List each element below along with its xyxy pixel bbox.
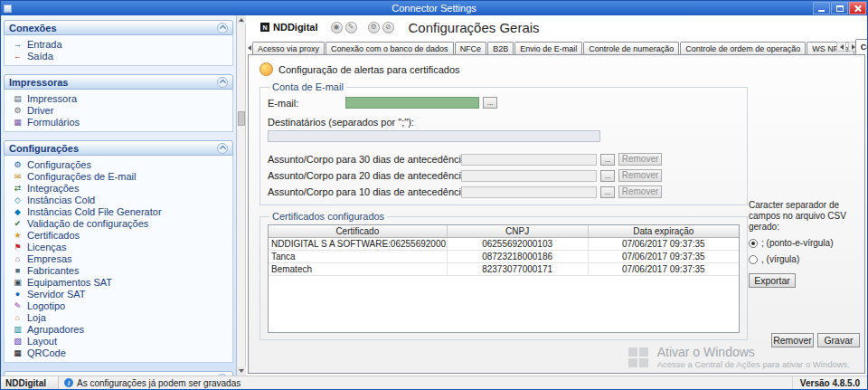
sidebar-item-icon: ⚑	[13, 243, 23, 252]
sidebar-item[interactable]: ▧ Layout	[5, 335, 232, 347]
sidebar-item[interactable]: ★ Certificados	[5, 229, 232, 241]
sidebar-item-icon: ✔	[13, 219, 23, 228]
sidebar-item[interactable]: ⌂ Loja	[5, 311, 232, 323]
sidebar-item[interactable]: ✎ Logotipo	[5, 300, 232, 311]
arrow-up-icon	[239, 18, 244, 22]
tab[interactable]: B2B	[487, 42, 514, 54]
remove-button[interactable]: Remover	[771, 333, 814, 347]
column-header[interactable]: Certificado	[269, 225, 448, 238]
tab-label: B2B	[493, 44, 508, 53]
save-button[interactable]: Gravar	[817, 333, 860, 347]
sidebar-item[interactable]: ⇄ Integrações	[5, 182, 232, 194]
status-message: As configurações já podem ser gravadas	[77, 378, 792, 388]
sidebar-item[interactable]: ▦ Formulários	[5, 116, 232, 128]
cell-certificado: Bematech	[269, 263, 448, 276]
chevron-up-icon[interactable]	[217, 77, 228, 88]
table-header: Certificado CNPJ Data expiração	[269, 225, 739, 238]
tab[interactable]: NFCe	[455, 42, 487, 54]
pencil-icon[interactable]: ✎	[345, 22, 357, 33]
csv-option[interactable]: , (vírgula)	[749, 254, 861, 265]
minimize-button[interactable]	[813, 2, 830, 14]
tab-scroll-prev-button[interactable]	[836, 42, 846, 52]
email-field[interactable]	[345, 97, 479, 109]
alert-remove-button[interactable]: Remover	[618, 185, 662, 198]
sidebar-item-label: Integrações	[27, 183, 79, 194]
sidebar-item[interactable]: ■ Fabricantes	[5, 264, 232, 276]
alert-browse-button[interactable]: ...	[600, 170, 615, 182]
tab-scroll-left-button[interactable]	[248, 43, 251, 53]
csv-option[interactable]: ; (ponto-e-vírgula)	[749, 238, 861, 249]
section-title: Configurações	[9, 143, 79, 154]
table-row[interactable]: NDDIGITAL S A SOFTWARE:06255692000103 06…	[269, 238, 739, 251]
window-controls	[813, 2, 866, 14]
gear-icon[interactable]: ⚙	[368, 22, 380, 33]
csv-option-label: ; (ponto-e-vírgula)	[761, 238, 833, 249]
recipients-field[interactable]	[268, 130, 600, 142]
alert-subject-field[interactable]	[461, 186, 597, 198]
alert-remove-button[interactable]: Remover	[618, 169, 662, 182]
radio-icon[interactable]	[749, 239, 758, 248]
sidebar-section-items: ⚙ Configurações ✉ Configurações de E-mai…	[4, 156, 233, 363]
sidebar-item[interactable]: ⚙ Configurações	[5, 158, 232, 170]
sidebar-item[interactable]: ▤ Impressora	[5, 92, 232, 104]
scrollbar-thumb[interactable]	[238, 111, 245, 126]
close-circle-icon[interactable]: ⊘	[382, 22, 394, 33]
tab[interactable]: Certificad...	[855, 39, 867, 54]
alert-browse-button[interactable]: ...	[600, 186, 615, 198]
sidebar-item-icon: ◇	[13, 195, 23, 205]
sidebar-item-icon: ⚙	[13, 160, 23, 169]
scroll-up-button[interactable]	[237, 15, 246, 24]
sidebar-section-header-conexoes[interactable]: Conexões	[4, 20, 233, 35]
tab[interactable]: Acesso via proxy	[252, 42, 325, 54]
sidebar-item[interactable]: ✉ Configurações de E-mail	[5, 170, 232, 182]
table-row[interactable]: Tanca 08723218000186 07/06/2017 09:37:35	[269, 251, 739, 263]
sidebar-item-icon: ✎	[13, 301, 23, 310]
sidebar-item[interactable]: ● Servidor SAT	[5, 288, 232, 300]
sidebar-item-label: Licenças	[27, 242, 66, 252]
radio-icon[interactable]	[749, 255, 758, 264]
email-browse-button[interactable]: ...	[483, 97, 497, 109]
alert-browse-button[interactable]: ...	[600, 154, 615, 166]
sidebar-section-impressoras: Impressoras ▤ Impressora ⚙ Driver	[4, 74, 233, 132]
sidebar-item-icon: ▣	[13, 278, 23, 287]
alert-subject-field[interactable]	[461, 170, 597, 182]
chevron-up-icon[interactable]	[217, 143, 228, 154]
sidebar-item[interactable]: ⚙ Driver	[5, 104, 232, 116]
email-group-legend: Conta de E-mail	[269, 81, 346, 92]
sidebar-item-icon: ⇄	[13, 184, 23, 193]
sidebar-item[interactable]: ⚑ Licenças	[5, 241, 232, 252]
window-body: Conexões → Entrada ← Saída	[1, 15, 867, 376]
column-header[interactable]: CNPJ	[448, 225, 589, 238]
scroll-down-button[interactable]	[237, 366, 246, 376]
sidebar-item[interactable]: ◆ Instâncias Cold File Generator	[5, 205, 232, 217]
tab[interactable]: Envio de E-mail	[514, 42, 582, 54]
tab[interactable]: Controle de numeração	[583, 42, 679, 54]
globe-icon[interactable]: ◉	[331, 22, 343, 33]
csv-separator-label: Caracter separador de campos no arquivo …	[749, 200, 861, 233]
sidebar-item[interactable]: ▣ Equipamentos SAT	[5, 276, 232, 288]
table-row[interactable]: Bematech 82373077000171 07/06/2017 09:37…	[269, 263, 739, 276]
chevron-up-icon[interactable]	[217, 23, 228, 33]
sidebar-item-icon: ✉	[13, 172, 23, 181]
sidebar-item-label: Fabricantes	[27, 265, 79, 276]
alert-row: Assunto/Corpo para 30 dias de antecedênc…	[268, 153, 740, 166]
sidebar-section-header-configuracoes[interactable]: Configurações	[4, 140, 233, 156]
sidebar-item[interactable]: ✔ Validação de configurações	[5, 217, 232, 229]
sidebar-item[interactable]: → Entrada	[5, 38, 232, 50]
sidebar-item[interactable]: ▦ QRCode	[5, 347, 232, 358]
sidebar-item[interactable]: ▥ Agrupadores	[5, 323, 232, 335]
tab-label: Acesso via proxy	[258, 44, 319, 53]
close-button[interactable]	[849, 2, 866, 14]
alert-subject-field[interactable]	[461, 154, 597, 166]
sidebar-item-label: Saída	[27, 51, 53, 62]
sidebar-section-header-impressoras[interactable]: Impressoras	[4, 74, 233, 90]
tab[interactable]: Conexão com o banco de dados	[326, 42, 454, 54]
maximize-button[interactable]	[831, 2, 848, 14]
tab[interactable]: Controle de ordem de operação	[680, 42, 806, 54]
export-button[interactable]: Exportar	[749, 273, 796, 288]
column-header[interactable]: Data expiração	[589, 225, 739, 238]
sidebar-item[interactable]: ← Saída	[5, 50, 232, 62]
sidebar-item[interactable]: ◇ Instâncias Cold	[5, 194, 232, 205]
alert-remove-button[interactable]: Remover	[618, 153, 662, 166]
sidebar-item[interactable]: ⌂ Empresas	[5, 252, 232, 264]
